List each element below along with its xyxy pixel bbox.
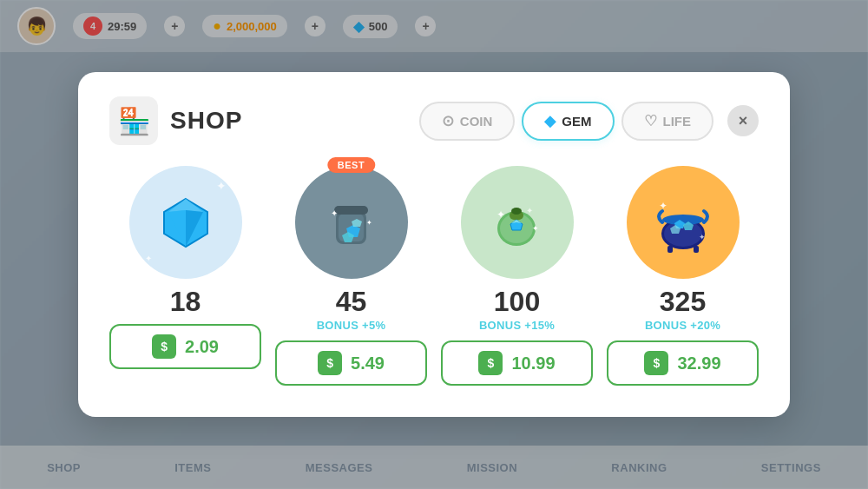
svg-text:✦: ✦ — [699, 233, 706, 241]
price-value-18: 2.09 — [185, 337, 219, 357]
tab-gem-label: GEM — [562, 114, 591, 129]
product-gem-100: ✦ ✦ ✦ 100 BONUS +15% $ 10.99 — [441, 166, 593, 386]
product-gem-325: ✦ ✦ 325 BONUS +20% $ 32.99 — [607, 166, 759, 386]
svg-text:✦: ✦ — [331, 208, 338, 218]
shop-icon-wrap: 🏪 — [109, 96, 158, 145]
shop-modal: 🏪 SHOP ⊙ COIN ◆ GEM ♡ LIFE × — [78, 72, 790, 417]
price-value-325: 32.99 — [677, 354, 720, 373]
gem-bag-icon: ✦ ✦ ✦ — [484, 192, 549, 253]
buy-button-100[interactable]: $ 10.99 — [441, 340, 593, 386]
product-bonus-100: BONUS +15% — [479, 319, 555, 332]
sparkle-2: ✦ — [145, 254, 152, 263]
coin-tab-icon: ⊙ — [442, 112, 454, 130]
life-tab-icon: ♡ — [644, 112, 657, 130]
product-bonus-45: BONUS +5% — [317, 319, 386, 332]
dollar-icon-325: $ — [644, 351, 668, 375]
svg-rect-6 — [334, 206, 368, 215]
products-grid: ✦ ✦ 18 $ 2.09 BEST — [109, 166, 759, 386]
product-45-wrapper: BEST — [295, 166, 408, 279]
dollar-icon-100: $ — [478, 351, 503, 375]
gem-jar-icon: ✦ ✦ — [319, 192, 384, 253]
svg-text:✦: ✦ — [496, 208, 505, 221]
buy-button-18[interactable]: $ 2.09 — [109, 324, 261, 369]
gem-circle-18: ✦ ✦ — [129, 166, 242, 279]
cauldron-icon: ✦ ✦ — [648, 192, 718, 253]
gem-circle-100: ✦ ✦ ✦ — [461, 166, 574, 279]
close-button[interactable]: × — [727, 105, 759, 136]
svg-text:✦: ✦ — [526, 206, 533, 215]
svg-text:✦: ✦ — [659, 200, 667, 212]
svg-rect-28 — [694, 246, 699, 253]
product-amount-325: 325 — [660, 287, 706, 315]
sparkle-1: ✦ — [216, 179, 227, 193]
product-amount-100: 100 — [494, 287, 540, 315]
svg-text:✦: ✦ — [366, 219, 372, 227]
gem-circle-325: ✦ ✦ — [627, 166, 740, 279]
svg-text:✦: ✦ — [532, 224, 539, 233]
product-gem-18: ✦ ✦ 18 $ 2.09 — [109, 166, 261, 386]
modal-title: SHOP — [170, 107, 242, 135]
best-badge: BEST — [327, 157, 375, 173]
modal-overlay: 🏪 SHOP ⊙ COIN ◆ GEM ♡ LIFE × — [0, 0, 868, 489]
product-amount-18: 18 — [170, 287, 201, 315]
tab-group: ⊙ COIN ◆ GEM ♡ LIFE — [419, 102, 713, 141]
product-gem-45: BEST — [275, 166, 427, 386]
gem-circle-45: ✦ ✦ — [295, 166, 408, 279]
price-value-100: 10.99 — [511, 354, 555, 373]
gem-tab-icon: ◆ — [544, 112, 556, 130]
buy-button-45[interactable]: $ 5.49 — [275, 340, 427, 386]
tab-life[interactable]: ♡ LIFE — [621, 102, 714, 141]
buy-button-325[interactable]: $ 32.99 — [607, 340, 759, 386]
tab-gem[interactable]: ◆ GEM — [522, 102, 614, 141]
gem-icon-18 — [155, 195, 216, 251]
product-amount-45: 45 — [336, 287, 367, 315]
svg-point-15 — [511, 208, 522, 215]
tab-coin[interactable]: ⊙ COIN — [419, 102, 516, 141]
tab-life-label: LIFE — [663, 114, 692, 129]
modal-header: 🏪 SHOP ⊙ COIN ◆ GEM ♡ LIFE × — [109, 96, 759, 145]
price-value-45: 5.49 — [351, 354, 385, 373]
dollar-icon-45: $ — [318, 351, 342, 375]
tab-coin-label: COIN — [460, 114, 493, 129]
dollar-icon-18: $ — [152, 334, 176, 359]
product-bonus-325: BONUS +20% — [645, 319, 720, 332]
svg-rect-27 — [667, 246, 673, 253]
